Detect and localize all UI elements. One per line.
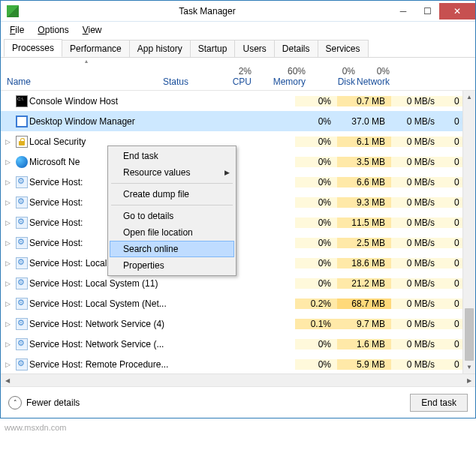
- header-network[interactable]: 0%Network: [361, 58, 396, 90]
- cpu-cell: 0%: [295, 258, 337, 268]
- scroll-right-icon[interactable]: ▶: [462, 374, 475, 387]
- process-row[interactable]: ▷Service Host: Network Service (...0%1.6…: [1, 334, 475, 354]
- disk-cell: 0 MB/s: [391, 197, 441, 208]
- process-icon: [14, 318, 29, 330]
- memory-cell: 3.5 MB: [337, 157, 391, 167]
- cpu-cell: 0%: [295, 238, 337, 248]
- header-memory[interactable]: 60%Memory: [258, 58, 312, 90]
- tab-users[interactable]: Users: [234, 40, 274, 57]
- process-row[interactable]: Desktop Window Manager0%37.0 MB0 MB/s0 M: [1, 111, 475, 131]
- menu-view[interactable]: View: [77, 23, 108, 37]
- expand-toggle-icon[interactable]: ▷: [1, 340, 14, 348]
- menu-file[interactable]: File: [4, 23, 30, 37]
- expand-toggle-icon[interactable]: ▷: [1, 239, 14, 247]
- minimize-button[interactable]: ─: [391, 3, 415, 20]
- process-icon: [14, 116, 29, 128]
- window-buttons: ─ ☐ ✕: [391, 3, 475, 20]
- memory-cell: 18.6 MB: [337, 258, 391, 268]
- context-menu: End taskResource values▶Create dump file…: [107, 146, 236, 276]
- context-menu-item[interactable]: End task: [110, 148, 234, 164]
- context-menu-item[interactable]: Search online: [110, 241, 234, 257]
- expand-toggle-icon[interactable]: ▷: [1, 138, 14, 146]
- scroll-thumb[interactable]: [465, 308, 474, 361]
- expand-toggle-icon[interactable]: ▷: [1, 178, 14, 186]
- process-name: Service Host: Local System (Net...: [29, 298, 295, 309]
- process-row[interactable]: ▷Service Host: Local System (11)0%21.2 M…: [1, 273, 475, 293]
- process-row[interactable]: ▷Service Host: Local System (Net...0.2%6…: [1, 293, 475, 314]
- tabbar: Processes Performance App history Startu…: [1, 38, 475, 58]
- context-menu-item[interactable]: Properties: [110, 257, 234, 274]
- tab-startup[interactable]: Startup: [190, 40, 236, 57]
- process-icon: [14, 176, 29, 188]
- header-name[interactable]: Name: [1, 58, 157, 90]
- memory-cell: 9.3 MB: [337, 197, 391, 208]
- process-icon: [14, 298, 29, 310]
- menu-separator: [111, 183, 233, 184]
- tab-services[interactable]: Services: [318, 40, 369, 57]
- process-row[interactable]: ▷Local Security0%6.1 MB0 MB/s0 M: [1, 131, 475, 152]
- header-disk[interactable]: 0%Disk: [312, 58, 361, 90]
- process-row[interactable]: ▷Service Host: Remote Procedure...0%5.9 …: [1, 354, 475, 374]
- header-status[interactable]: Status: [157, 58, 215, 90]
- context-menu-item[interactable]: Resource values▶: [110, 164, 234, 181]
- memory-cell: 1.6 MB: [337, 339, 391, 350]
- horizontal-scrollbar[interactable]: ◀ ▶: [1, 374, 475, 386]
- process-row[interactable]: ▷Microsoft Ne0%3.5 MB0 MB/s0 M: [1, 152, 475, 172]
- menu-options[interactable]: Options: [32, 23, 74, 37]
- header-cpu[interactable]: 2%CPU: [215, 58, 258, 90]
- expand-toggle-icon[interactable]: ▷: [1, 361, 14, 368]
- cpu-cell: 0.2%: [295, 298, 337, 309]
- process-name: Service Host: Network Service (4): [29, 319, 295, 329]
- cpu-cell: 0%: [295, 197, 337, 208]
- process-name: Service Host: Local System (11): [29, 278, 295, 289]
- hscroll-track[interactable]: [14, 374, 462, 386]
- disk-cell: 0 MB/s: [391, 339, 441, 350]
- menu-separator: [111, 205, 233, 206]
- process-row[interactable]: Console Window Host0%0.7 MB0 MB/s0 M: [1, 91, 475, 111]
- fewer-details-button[interactable]: ˄ Fewer details: [8, 396, 80, 410]
- process-row[interactable]: ▷Service Host: Local Service (No ...0%18…: [1, 253, 475, 273]
- process-row[interactable]: ▷Service Host: Network Service (4)0.1%9.…: [1, 314, 475, 334]
- process-icon: [14, 156, 29, 168]
- process-name: Console Window Host: [29, 96, 295, 106]
- tab-details[interactable]: Details: [274, 40, 318, 57]
- maximize-button[interactable]: ☐: [415, 3, 439, 20]
- scroll-left-icon[interactable]: ◀: [1, 374, 14, 387]
- expand-toggle-icon[interactable]: ▷: [1, 320, 14, 328]
- expand-toggle-icon[interactable]: ▷: [1, 158, 14, 166]
- memory-cell: 6.1 MB: [337, 136, 391, 147]
- process-row[interactable]: ▷Service Host:0%2.5 MB0 MB/s0 M: [1, 232, 475, 253]
- disk-cell: 0 MB/s: [391, 218, 441, 228]
- process-row[interactable]: ▷Service Host:0%6.6 MB0 MB/s0 M: [1, 172, 475, 192]
- end-task-button[interactable]: End task: [410, 394, 468, 412]
- scroll-up-icon[interactable]: ▲: [463, 91, 475, 104]
- scroll-down-icon[interactable]: ▼: [463, 361, 475, 374]
- expand-toggle-icon[interactable]: ▷: [1, 260, 14, 267]
- process-icon: [14, 136, 29, 148]
- expand-toggle-icon[interactable]: ▷: [1, 300, 14, 308]
- process-icon: [14, 237, 29, 249]
- cpu-cell: 0.1%: [295, 319, 337, 329]
- context-menu-item[interactable]: Go to details: [110, 208, 234, 224]
- submenu-arrow-icon: ▶: [224, 169, 230, 176]
- expand-toggle-icon[interactable]: ▷: [1, 199, 14, 206]
- close-button[interactable]: ✕: [439, 3, 475, 20]
- cpu-cell: 0%: [295, 218, 337, 228]
- context-menu-item[interactable]: Create dump file: [110, 186, 234, 202]
- process-row[interactable]: ▷Service Host:0%9.3 MB0 MB/s0 M: [1, 192, 475, 212]
- process-row[interactable]: ▷Service Host:0%11.5 MB0 MB/s0 M: [1, 212, 475, 232]
- tab-processes[interactable]: Processes: [4, 39, 62, 57]
- vertical-scrollbar[interactable]: ▲ ▼: [462, 91, 475, 374]
- process-icon: [14, 95, 29, 107]
- context-menu-item[interactable]: Open file location: [110, 224, 234, 241]
- process-name: Service Host: Network Service (...: [29, 339, 295, 350]
- process-name: Desktop Window Manager: [29, 116, 295, 127]
- expand-toggle-icon[interactable]: ▷: [1, 219, 14, 226]
- disk-cell: 0 MB/s: [391, 136, 441, 147]
- memory-cell: 21.2 MB: [337, 278, 391, 289]
- tab-performance[interactable]: Performance: [62, 40, 130, 57]
- expand-toggle-icon[interactable]: ▷: [1, 280, 14, 287]
- memory-cell: 2.5 MB: [337, 238, 391, 248]
- tab-app-history[interactable]: App history: [129, 40, 191, 57]
- disk-cell: 0 MB/s: [391, 258, 441, 268]
